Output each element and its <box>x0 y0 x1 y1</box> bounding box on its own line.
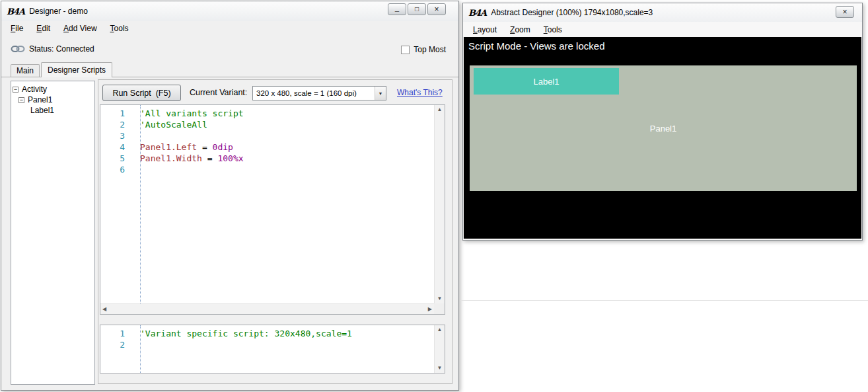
designer-window-title: Designer - demo <box>29 7 88 16</box>
designer-scripts-page: − Activity − Panel1 Label1 Run Script (F… <box>1 77 458 390</box>
panel1-text: Panel1 <box>650 124 676 134</box>
scroll-right-icon[interactable]: ▶ <box>428 307 432 312</box>
code-line: 6 <box>100 164 434 175</box>
code-text: Panel1.Width = 100%x <box>133 153 244 164</box>
scrollbar-corner <box>434 303 445 314</box>
desktop: B4A Designer - demo ─ □ × File Edit Add … <box>0 0 868 392</box>
designer-window: B4A Designer - demo ─ □ × File Edit Add … <box>1 1 459 391</box>
menu-label: A <box>63 24 69 33</box>
panel1-view[interactable]: Label1 Panel1 <box>470 65 857 191</box>
scroll-up-icon[interactable]: ▲ <box>437 327 443 333</box>
tree-item-activity[interactable]: − Activity <box>13 84 93 95</box>
window-controls: × <box>836 6 854 18</box>
vertical-scrollbar[interactable]: ▲ ▼ <box>434 325 445 373</box>
scroll-up-icon[interactable]: ▲ <box>437 107 443 112</box>
b4a-logo: B4A <box>468 8 486 18</box>
tree-item-label: Panel1 <box>28 95 52 104</box>
maximize-icon: □ <box>415 6 419 13</box>
status-text: Status: Connected <box>29 44 94 54</box>
menu-label: oom <box>515 25 530 34</box>
tree-item-panel1[interactable]: − Panel1 <box>13 95 93 105</box>
abstract-window-title: Abstract Designer (100%) 1794x1080,scale… <box>491 8 653 17</box>
menu-label: ile <box>15 24 23 33</box>
menu-add-view[interactable]: Add View <box>57 22 104 35</box>
line-number: 2 <box>100 339 133 350</box>
code-text: Panel1.Left = 0dip <box>133 141 233 153</box>
design-canvas: Script Mode - Views are locked Label1 Pa… <box>464 37 861 239</box>
code-text: 'AutoScaleAll <box>133 119 207 130</box>
close-button[interactable]: × <box>836 6 854 18</box>
menu-zoom[interactable]: Zoom <box>503 23 537 36</box>
b4a-logo: B4A <box>7 7 24 17</box>
status-row: Status: Connected Top Most <box>1 41 458 59</box>
menu-label: dd View <box>69 24 96 33</box>
script-pane: Run Script (F5) Current Variant: 320 x 4… <box>98 79 452 384</box>
close-button[interactable]: × <box>427 3 446 15</box>
menu-tools[interactable]: Tools <box>537 23 569 36</box>
code-text: 'Variant specific script: 320x480,scale=… <box>133 328 352 339</box>
code-text <box>133 130 140 141</box>
collapse-icon[interactable]: − <box>18 97 24 103</box>
line-number: 5 <box>100 153 133 164</box>
minimize-icon: ─ <box>395 9 399 15</box>
run-script-button[interactable]: Run Script (F5) <box>102 85 181 101</box>
script-text-area[interactable]: 1'Variant specific script: 320x480,scale… <box>100 325 434 373</box>
minimize-button[interactable]: ─ <box>388 3 406 15</box>
code-line: 1'Variant specific script: 320x480,scale… <box>100 328 434 339</box>
all-variants-script-editor[interactable]: 1'All variants script2'AutoScaleAll34Pan… <box>100 104 445 315</box>
close-icon: × <box>842 8 847 16</box>
variant-combobox-value: 320 x 480, scale = 1 (160 dpi) <box>253 87 375 100</box>
designer-menu-bar: File Edit Add View Tools <box>4 21 135 36</box>
views-tree: − Activity − Panel1 Label1 <box>11 81 95 385</box>
code-line: 4Panel1.Left = 0dip <box>100 141 434 153</box>
chevron-down-icon[interactable]: ▼ <box>375 87 386 100</box>
script-mode-banner: Script Mode - Views are locked <box>468 40 604 52</box>
menu-label: L <box>473 25 478 34</box>
abstract-menu-bar: Layout Zoom Tools <box>466 22 569 37</box>
tab-designer-scripts[interactable]: Designer Scripts <box>41 62 112 77</box>
menu-label: dit <box>42 24 50 33</box>
code-text <box>133 339 140 350</box>
scroll-down-icon[interactable]: ▼ <box>437 366 443 371</box>
script-text-area[interactable]: 1'All variants script2'AutoScaleAll34Pan… <box>100 105 434 303</box>
menu-tools[interactable]: Tools <box>104 22 135 35</box>
label1-view[interactable]: Label1 <box>474 68 619 95</box>
window-controls: ─ □ × <box>388 3 446 15</box>
tree-item-label1[interactable]: Label1 <box>13 105 93 116</box>
line-number: 1 <box>100 108 133 119</box>
tab-strip: Main Designer Scripts <box>11 63 114 77</box>
line-number: 4 <box>100 141 133 153</box>
menu-label: ools <box>114 24 129 33</box>
whats-this-link[interactable]: What's This? <box>397 88 443 97</box>
scroll-down-icon[interactable]: ▼ <box>437 296 443 301</box>
close-icon: × <box>434 5 439 13</box>
line-number: 2 <box>100 119 133 130</box>
tree-item-label: Label1 <box>30 106 54 115</box>
horizontal-scrollbar[interactable]: ◀ ▶ <box>100 303 434 314</box>
line-number: 6 <box>100 164 133 175</box>
menu-edit[interactable]: Edit <box>30 22 57 35</box>
maximize-button[interactable]: □ <box>408 3 426 15</box>
line-number: 1 <box>100 328 133 339</box>
abstract-designer-window: B4A Abstract Designer (100%) 1794x1080,s… <box>462 3 863 241</box>
topmost-checkbox[interactable] <box>401 46 410 54</box>
code-line: 2 <box>100 339 434 350</box>
code-line: 1'All variants script <box>100 108 434 119</box>
line-number: 3 <box>100 130 133 141</box>
code-text: 'All variants script <box>133 108 244 119</box>
tab-main[interactable]: Main <box>11 64 40 77</box>
abstract-titlebar[interactable]: B4A Abstract Designer (100%) 1794x1080,s… <box>463 3 862 22</box>
current-variant-label: Current Variant: <box>190 88 247 97</box>
vertical-scrollbar[interactable]: ▲ ▼ <box>434 105 445 303</box>
collapse-icon[interactable]: − <box>13 87 18 93</box>
variant-combobox[interactable]: 320 x 480, scale = 1 (160 dpi) ▼ <box>252 86 386 100</box>
scroll-left-icon[interactable]: ◀ <box>102 307 106 312</box>
tree-item-label: Activity <box>22 85 47 94</box>
menu-label: ools <box>548 25 562 34</box>
menu-file[interactable]: File <box>4 22 30 35</box>
label1-text: Label1 <box>533 77 559 87</box>
menu-layout[interactable]: Layout <box>466 23 503 36</box>
topmost-toggle[interactable]: Top Most <box>401 45 446 54</box>
variant-script-editor[interactable]: 1'Variant specific script: 320x480,scale… <box>100 325 445 373</box>
desktop-divider-line <box>460 300 868 301</box>
